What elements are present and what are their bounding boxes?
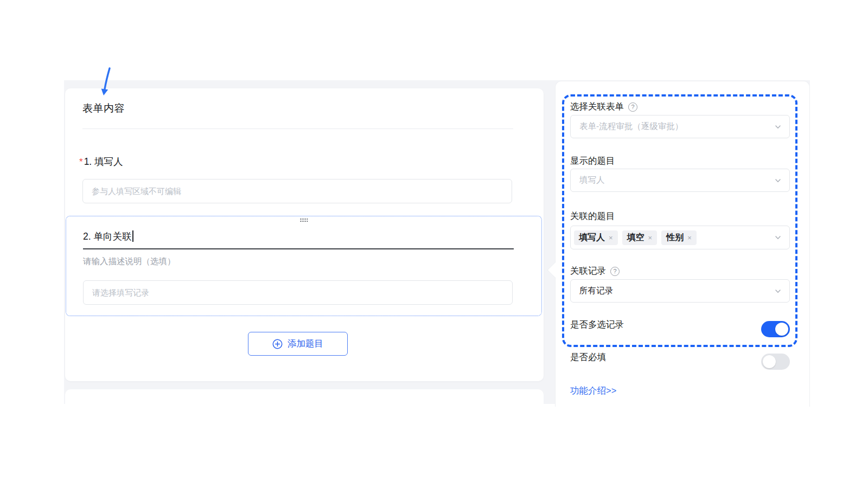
tag-label: 填空 [627,232,644,243]
tag-item: 填写人 × [574,230,618,245]
help-icon[interactable]: ? [628,102,637,112]
feature-intro-link[interactable]: 功能介绍>> [570,385,616,397]
toggle-knob [763,355,776,368]
chevron-down-icon [774,177,782,184]
related-records-label-text: 关联记录 [570,265,606,277]
title-edit-underline [83,248,514,249]
question-2-description-placeholder[interactable]: 请输入描述说明（选填） [83,256,176,267]
question-1-answer-input[interactable] [82,179,512,203]
tag-item: 填空 × [622,230,658,245]
related-questions-multiselect[interactable]: 填写人 × 填空 × 性别 × [570,226,790,249]
related-form-label: 选择关联表单 ? [570,101,637,113]
next-card-partial [65,389,544,404]
question-2-label: 2. 单向关联 [83,231,131,242]
related-records-label: 关联记录 ? [570,265,620,277]
display-question-value: 填写人 [579,175,774,186]
required-asterisk: * [79,157,83,167]
related-questions-label: 关联的题目 [570,210,615,222]
tag-remove-icon[interactable]: × [687,234,692,242]
related-records-value: 所有记录 [579,285,774,297]
selected-question-block[interactable]: 2. 单向关联 请输入描述说明（选填） [66,216,542,316]
add-question-button[interactable]: 添加题目 [248,332,348,356]
display-question-label: 显示的题目 [570,155,615,167]
tag-label: 性别 [666,232,684,243]
chevron-down-icon [774,234,782,241]
section-divider [82,129,513,129]
question-2-answer-input[interactable] [83,280,513,305]
multi-select-label-text: 是否多选记录 [570,319,624,331]
add-question-label: 添加题目 [288,338,323,350]
related-form-select[interactable]: 表单-流程审批（逐级审批） [570,115,790,138]
tag-label: 填写人 [579,232,605,243]
multi-select-toggle[interactable] [761,321,790,337]
related-records-select[interactable]: 所有记录 [570,279,790,303]
required-label: 是否必填 [570,351,606,363]
drag-handle-icon[interactable] [300,218,308,222]
chevron-down-icon [774,287,782,295]
tag-remove-icon[interactable]: × [609,234,613,242]
text-cursor [132,230,133,242]
display-question-label-text: 显示的题目 [570,155,615,167]
question-1-title[interactable]: *1. 填写人 [79,155,123,168]
related-questions-label-text: 关联的题目 [570,210,615,222]
tag-remove-icon[interactable]: × [648,234,653,242]
chevron-down-icon [774,123,782,131]
required-label-text: 是否必填 [570,351,606,363]
related-form-label-text: 选择关联表单 [570,101,624,113]
related-form-value: 表单-流程审批（逐级审批） [579,121,774,132]
multi-select-label: 是否多选记录 [570,319,624,331]
plus-circle-icon [272,339,283,349]
required-toggle[interactable] [761,354,790,370]
question-1-label: 1. 填写人 [84,156,123,167]
question-2-title[interactable]: 2. 单向关联 [83,230,133,243]
display-question-select[interactable]: 填写人 [570,169,790,192]
form-section-title: 表单内容 [82,101,125,115]
question-settings-panel: 选择关联表单 ? 表单-流程审批（逐级审批） 显示的题目 填写人 关联的题目 填… [555,81,810,407]
help-icon[interactable]: ? [610,267,620,276]
toggle-knob [775,323,788,336]
tag-item: 性别 × [661,230,697,245]
